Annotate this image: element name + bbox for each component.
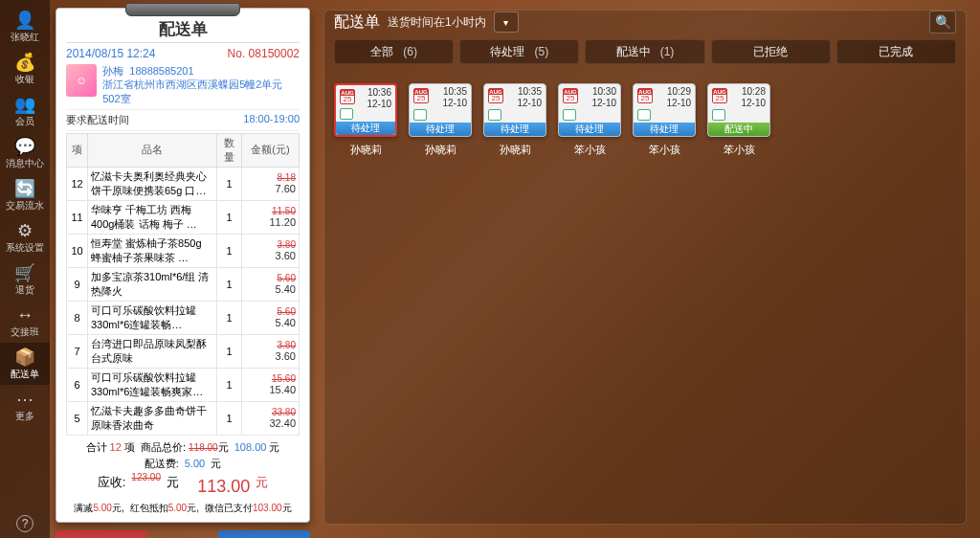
card-customer-name: 笨小孩 (724, 143, 755, 157)
sidebar-item-1[interactable]: 💰收银 (0, 48, 50, 90)
status-tabs: 全部(6)待处理(5)配送中(1)已拒绝已完成 (334, 39, 956, 64)
card-date: 12-10 (666, 98, 691, 108)
payment-icon (637, 109, 651, 121)
card-date: 12-10 (442, 98, 467, 108)
sidebar-label: 收银 (15, 73, 34, 86)
th-idx: 项 (67, 133, 88, 167)
sidebar-label: 交接班 (11, 325, 39, 339)
tab-3[interactable]: 已拒绝 (711, 39, 831, 64)
tab-count: (6) (403, 45, 417, 58)
order-card[interactable]: AUG2510:3512-10待处理孙晓莉 (483, 83, 546, 157)
sidebar-icon: ⋯ (16, 391, 33, 408)
order-card[interactable]: AUG2510:2912-10待处理笨小孩 (633, 83, 696, 157)
status-badge: 待处理 (634, 123, 695, 136)
sidebar-item-4[interactable]: 🔄交易流水 (0, 174, 50, 216)
order-card[interactable]: AUG2510:3612-10待处理孙晓莉 (334, 83, 397, 157)
sidebar-item-0[interactable]: 👤张晓红 (0, 6, 50, 48)
sidebar-item-3[interactable]: 💬消息中心 (0, 132, 50, 174)
table-row: 9加多宝凉茶310ml*6/组 清热降火15.605.40 (67, 267, 300, 301)
avatar-icon: ☺ (66, 64, 97, 97)
tab-label: 已拒绝 (753, 44, 788, 60)
search-button[interactable]: 🔍 (929, 11, 956, 34)
table-row: 8可口可乐碳酸饮料拉罐330ml*6连罐装畅…15.605.40 (67, 301, 300, 334)
sidebar-item-5[interactable]: ⚙系统设置 (0, 216, 50, 258)
sidebar-label: 配送单 (11, 368, 39, 381)
calendar-icon: AUG25 (413, 88, 429, 103)
card-time: 10:35 (443, 86, 467, 97)
card-time: 10:28 (742, 86, 766, 97)
status-badge: 待处理 (410, 123, 471, 136)
sidebar-label: 交易流水 (6, 199, 44, 213)
th-qty: 数量 (217, 133, 242, 167)
table-row: 11华味亨 千梅工坊 西梅 400g桶装 话梅 梅子 …111.5011.20 (67, 200, 300, 234)
sidebar-icon: 👥 (14, 96, 35, 113)
help-button[interactable]: ? (0, 509, 50, 538)
tab-count: (5) (534, 45, 548, 58)
order-card[interactable]: AUG2510:3012-10待处理笨小孩 (558, 83, 621, 157)
calendar-icon: AUG25 (712, 88, 727, 103)
main-area: 配送单 送货时间在1小时内 ▾ 🔍 全部(6)待处理(5)配送中(1)已拒绝已完… (318, 0, 980, 538)
totals-block: 合计 12 项 商品总价: 118.00元 108.00 元 配送费: 5.00… (66, 436, 300, 516)
card-date: 12-10 (367, 99, 391, 109)
status-badge: 配送中 (708, 123, 769, 136)
calendar-icon: AUG25 (488, 88, 503, 103)
sidebar-item-6[interactable]: 🛒退货 (0, 258, 50, 301)
tab-label: 全部 (370, 44, 393, 60)
sidebar: 👤张晓红💰收银👥会员💬消息中心🔄交易流水⚙系统设置🛒退货↔交接班📦配送单⋯更多? (0, 0, 50, 538)
search-icon: 🔍 (935, 14, 951, 30)
tab-0[interactable]: 全部(6) (334, 39, 454, 64)
order-ticket: 配送单 2014/08/15 12:24 No. 08150002 ☺ 孙梅 1… (56, 8, 310, 523)
sidebar-icon: 🛒 (14, 264, 35, 281)
tab-2[interactable]: 配送中(1) (585, 39, 704, 64)
reject-button[interactable]: 拒绝接单 (56, 530, 147, 538)
card-date: 12-10 (741, 98, 766, 108)
customer-address: 浙江省杭州市西湖区西溪蝶园5幢2单元502室 (102, 78, 300, 105)
card-customer-name: 孙晓莉 (350, 143, 382, 157)
table-row: 12忆滋卡夫奥利奥经典夹心饼干原味便携装65g 口…18.187.60 (67, 167, 300, 200)
status-badge: 待处理 (559, 123, 620, 136)
tab-1[interactable]: 待处理(5) (459, 39, 579, 64)
items-table: 项 品名 数量 金额(元) 12忆滋卡夫奥利奥经典夹心饼干原味便携装65g 口…… (66, 133, 300, 436)
sidebar-label: 更多 (15, 410, 34, 423)
sidebar-label: 会员 (15, 115, 34, 128)
order-cards: AUG2510:3612-10待处理孙晓莉AUG2510:3512-10待处理孙… (334, 83, 956, 157)
card-customer-name: 孙晓莉 (425, 143, 457, 157)
delivery-time-row: 要求配送时间 18:00-19:00 (66, 109, 300, 131)
sidebar-item-2[interactable]: 👥会员 (0, 90, 50, 132)
accept-button[interactable]: 同意接单 (218, 530, 310, 538)
ticket-datetime: 2014/08/15 12:24 (66, 47, 155, 60)
sidebar-label: 张晓红 (11, 31, 39, 44)
ticket-column: 配送单 2014/08/15 12:24 No. 08150002 ☺ 孙梅 1… (50, 0, 318, 538)
card-time: 10:35 (518, 86, 542, 97)
card-customer-name: 孙晓莉 (500, 143, 531, 157)
order-card[interactable]: AUG2510:2812-10配送中笨小孩 (707, 83, 770, 157)
tab-label: 已完成 (879, 44, 913, 60)
top-bar: 配送单 送货时间在1小时内 ▾ 🔍 (334, 11, 956, 34)
sidebar-icon: 🔄 (14, 180, 35, 197)
tab-4[interactable]: 已完成 (836, 39, 956, 64)
card-time: 10:36 (368, 87, 391, 98)
th-amt: 金额(元) (242, 133, 300, 167)
order-card[interactable]: AUG2510:3512-10待处理孙晓莉 (409, 83, 472, 157)
calendar-icon: AUG25 (563, 88, 578, 103)
payment-icon (488, 109, 501, 121)
status-badge: 待处理 (336, 122, 395, 135)
table-row: 5忆滋卡夫趣多多曲奇饼干 原味香浓曲奇133.8032.40 (67, 401, 300, 435)
sidebar-item-8[interactable]: 📦配送单 (0, 343, 50, 385)
table-row: 10恒寿堂 蜜炼柚子茶850g 蜂蜜柚子茶果味茶 …13.803.60 (67, 234, 300, 267)
card-customer-name: 笨小孩 (574, 143, 606, 157)
status-badge: 待处理 (484, 123, 546, 136)
items-tbody: 12忆滋卡夫奥利奥经典夹心饼干原味便携装65g 口…18.187.6011华味亨… (67, 167, 300, 435)
help-icon: ? (16, 515, 33, 532)
card-date: 12-10 (591, 98, 616, 108)
card-time: 10:29 (667, 86, 691, 97)
card-date: 12-10 (517, 98, 542, 108)
sidebar-item-9[interactable]: ⋯更多 (0, 385, 50, 427)
card-time: 10:30 (592, 86, 616, 97)
sidebar-icon: ↔ (16, 306, 33, 324)
sidebar-icon: 👤 (14, 11, 35, 29)
sidebar-item-7[interactable]: ↔交接班 (0, 301, 50, 343)
payment-icon (413, 109, 427, 121)
time-filter-dropdown[interactable]: ▾ (494, 11, 519, 33)
sidebar-icon: 💰 (14, 54, 35, 71)
